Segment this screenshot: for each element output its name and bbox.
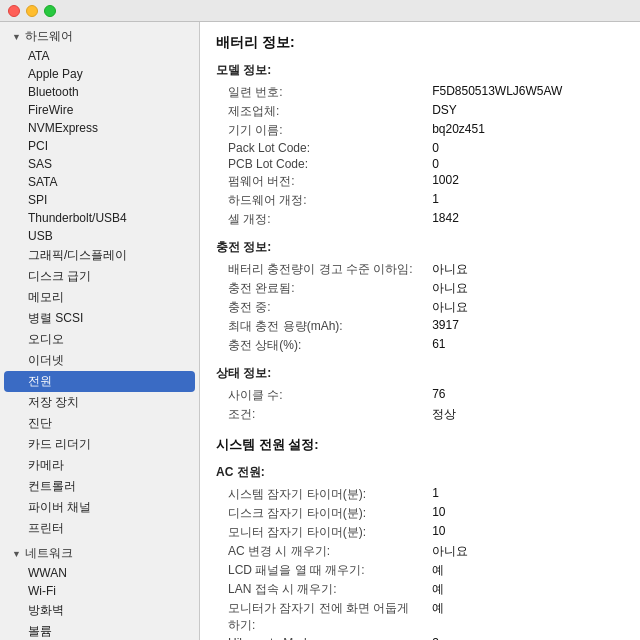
system-power-title: 시스템 전원 설정:: [216, 436, 624, 454]
sidebar-item-disk[interactable]: 디스크 급기: [0, 266, 199, 287]
sidebar-item-nvmexpress[interactable]: NVMExpress: [0, 119, 199, 137]
sidebar-item-spi[interactable]: SPI: [0, 191, 199, 209]
sidebar-item-camera[interactable]: 카메라: [0, 455, 199, 476]
table-row: Hibernate Mode:3: [216, 635, 624, 640]
sidebar-item-audio[interactable]: 오디오: [0, 329, 199, 350]
sidebar-section-hardware[interactable]: ▼ 하드웨어: [0, 26, 199, 47]
table-row: 충전 상태(%):61: [216, 336, 624, 355]
hardware-arrow-icon: ▼: [12, 32, 21, 42]
sidebar-item-power[interactable]: 전원: [4, 371, 195, 392]
sidebar-item-volume[interactable]: 볼륨: [0, 621, 199, 640]
table-row: 충전 중:아니요: [216, 298, 624, 317]
title-bar: [0, 0, 640, 22]
table-row: 최대 충전 용량(mAh):3917: [216, 317, 624, 336]
network-arrow-icon: ▼: [12, 549, 21, 559]
table-row: 하드웨어 개정:1: [216, 191, 624, 210]
sidebar-item-usb[interactable]: USB: [0, 227, 199, 245]
charging-info-title: 충전 정보:: [216, 239, 624, 256]
sidebar-item-cardreader[interactable]: 카드 리더기: [0, 434, 199, 455]
table-row: 사이클 수:76: [216, 386, 624, 405]
table-row: LCD 패널을 열 때 깨우기:예: [216, 561, 624, 580]
sidebar-item-printer[interactable]: 프린터: [0, 518, 199, 539]
sidebar-item-bluetooth[interactable]: Bluetooth: [0, 83, 199, 101]
table-row: LAN 접속 시 깨우기:예: [216, 580, 624, 599]
battery-title: 배터리 정보:: [216, 34, 624, 52]
sidebar-item-controller[interactable]: 컨트롤러: [0, 476, 199, 497]
table-row: 기기 이름:bq20z451: [216, 121, 624, 140]
sidebar-item-wifi[interactable]: Wi-Fi: [0, 582, 199, 600]
sidebar-item-thunderbolt[interactable]: Thunderbolt/USB4: [0, 209, 199, 227]
minimize-button[interactable]: [26, 5, 38, 17]
table-row: AC 변경 시 깨우기:아니요: [216, 542, 624, 561]
table-row: 디스크 잠자기 타이머(분):10: [216, 504, 624, 523]
sidebar-item-firewall[interactable]: 방화벽: [0, 600, 199, 621]
table-row: 제조업체:DSY: [216, 102, 624, 121]
hardware-label: 하드웨어: [25, 28, 73, 45]
ac-power-title: AC 전원:: [216, 464, 624, 481]
content-area: ▼ 하드웨어 ATA Apple Pay Bluetooth FireWire …: [0, 22, 640, 640]
network-label: 네트워크: [25, 545, 73, 562]
table-row: 모니터 잠자기 타이머(분):10: [216, 523, 624, 542]
sidebar-item-applepay[interactable]: Apple Pay: [0, 65, 199, 83]
model-info-table: 일련 번호:F5D850513WLJ6W5AW제조업체:DSY기기 이름:bq2…: [216, 83, 624, 229]
table-row: 충전 완료됨:아니요: [216, 279, 624, 298]
table-row: 배터리 충전량이 경고 수준 이하임:아니요: [216, 260, 624, 279]
close-button[interactable]: [8, 5, 20, 17]
table-row: 조건:정상: [216, 405, 624, 424]
main-panel: 배터리 정보: 모델 정보: 일련 번호:F5D850513WLJ6W5AW제조…: [200, 22, 640, 640]
maximize-button[interactable]: [44, 5, 56, 17]
sidebar-item-pci[interactable]: PCI: [0, 137, 199, 155]
table-row: 모니터가 잠자기 전에 화면 어둡게 하기:예: [216, 599, 624, 635]
sidebar-item-fiberchannel[interactable]: 파이버 채널: [0, 497, 199, 518]
sidebar-item-storage[interactable]: 저장 장치: [0, 392, 199, 413]
ac-power-table: 시스템 잠자기 타이머(분):1디스크 잠자기 타이머(분):10모니터 잠자기…: [216, 485, 624, 640]
sidebar-section-network[interactable]: ▼ 네트워크: [0, 543, 199, 564]
table-row: PCB Lot Code:0: [216, 156, 624, 172]
sidebar-item-sata[interactable]: SATA: [0, 173, 199, 191]
sidebar-item-ethernet[interactable]: 이더넷: [0, 350, 199, 371]
sidebar-item-ata[interactable]: ATA: [0, 47, 199, 65]
charging-info-table: 배터리 충전량이 경고 수준 이하임:아니요충전 완료됨:아니요충전 중:아니요…: [216, 260, 624, 355]
model-info-title: 모델 정보:: [216, 62, 624, 79]
table-row: 셀 개정:1842: [216, 210, 624, 229]
sidebar-item-firewire[interactable]: FireWire: [0, 101, 199, 119]
table-row: 시스템 잠자기 타이머(분):1: [216, 485, 624, 504]
table-row: Pack Lot Code:0: [216, 140, 624, 156]
sidebar-item-parallel-scsi[interactable]: 병렬 SCSI: [0, 308, 199, 329]
table-row: 펌웨어 버전:1002: [216, 172, 624, 191]
sidebar-item-diagnostics[interactable]: 진단: [0, 413, 199, 434]
table-row: 일련 번호:F5D850513WLJ6W5AW: [216, 83, 624, 102]
status-info-title: 상태 정보:: [216, 365, 624, 382]
status-info-table: 사이클 수:76조건:정상: [216, 386, 624, 424]
sidebar-item-wwan[interactable]: WWAN: [0, 564, 199, 582]
sidebar-item-graphics[interactable]: 그래픽/디스플레이: [0, 245, 199, 266]
sidebar: ▼ 하드웨어 ATA Apple Pay Bluetooth FireWire …: [0, 22, 200, 640]
sidebar-item-memory[interactable]: 메모리: [0, 287, 199, 308]
sidebar-item-sas[interactable]: SAS: [0, 155, 199, 173]
